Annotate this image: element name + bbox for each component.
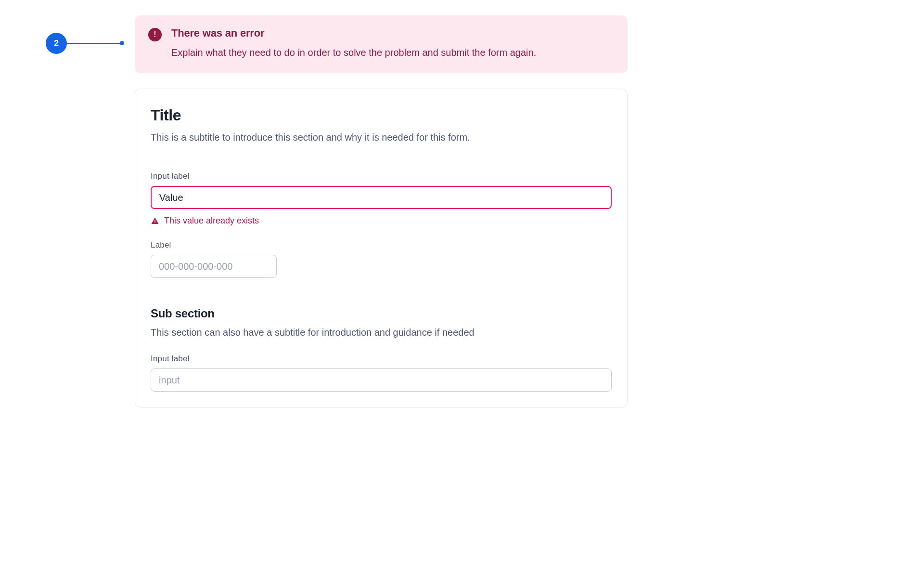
subsection-subtitle: This section can also have a subtitle fo… — [151, 325, 612, 340]
annotation-badge: 2 — [46, 33, 67, 54]
error-content: There was an error Explain what they nee… — [171, 27, 536, 60]
annotation-connector-dot — [120, 41, 124, 45]
field-group-1: Input label This value already exists — [151, 171, 612, 226]
svg-rect-1 — [154, 222, 155, 223]
annotation-badge-number: 2 — [54, 39, 59, 49]
error-message: Explain what they need to do in order to… — [171, 45, 536, 60]
field-1-label: Input label — [151, 171, 612, 181]
section-subtitle: This is a subtitle to introduce this sec… — [151, 130, 612, 144]
error-title: There was an error — [171, 27, 536, 39]
annotation-connector-line — [67, 43, 122, 44]
error-icon: ! — [148, 28, 162, 41]
field-group-2: Label — [151, 240, 612, 278]
warning-triangle-icon — [151, 217, 159, 225]
error-banner: ! There was an error Explain what they n… — [135, 15, 628, 73]
subsection-title: Sub section — [151, 307, 612, 320]
field-3-label: Input label — [151, 354, 612, 364]
svg-rect-0 — [154, 220, 155, 222]
form-card: Title This is a subtitle to introduce th… — [135, 89, 628, 407]
field-2-input[interactable] — [151, 255, 277, 278]
field-3-input[interactable] — [151, 368, 612, 392]
field-1-error: This value already exists — [151, 216, 612, 226]
section-title: Title — [151, 106, 612, 124]
field-1-input[interactable] — [151, 186, 612, 209]
field-group-3: Input label — [151, 354, 612, 392]
field-1-error-text: This value already exists — [164, 216, 259, 226]
field-2-label: Label — [151, 240, 612, 250]
